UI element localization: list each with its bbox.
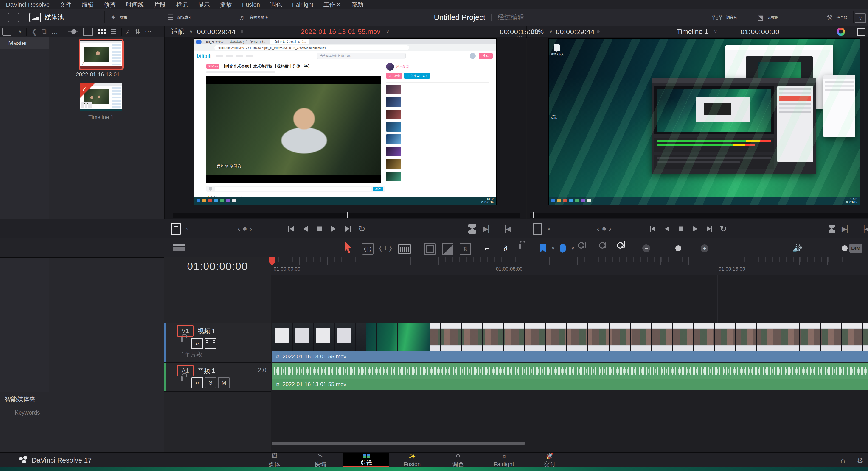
menu-clip[interactable]: 片段 — [154, 1, 166, 9]
timeline-video-frame[interactable]: 新建文本文... OBSAudio — [549, 38, 860, 205]
timeline-jog-control[interactable]: ‹●› — [597, 224, 614, 233]
audio-clip-waveform[interactable] — [272, 364, 868, 379]
strip-view-icon[interactable] — [83, 28, 93, 36]
thumb-size-slider[interactable] — [68, 31, 78, 32]
page-tab-color[interactable]: ⚙调色 — [435, 453, 481, 468]
match-frame-icon[interactable] — [829, 225, 835, 233]
track-name[interactable]: 音频 1 — [198, 367, 215, 375]
bin-item-master[interactable]: Master — [0, 37, 49, 49]
first-frame-button[interactable] — [649, 225, 657, 233]
mark-in-icon[interactable]: ▶▏ — [842, 225, 852, 233]
stop-button[interactable] — [315, 225, 324, 233]
keywords-item[interactable]: Keywords — [15, 409, 40, 416]
chevron-down-icon[interactable]: ∨ — [19, 29, 22, 34]
source-jog-control[interactable]: ‹●› — [238, 224, 254, 233]
loop-button[interactable]: ↻ — [720, 224, 727, 234]
timeline-name-menu[interactable]: Timeline 1 ∨ — [677, 26, 717, 37]
zoom-out-button[interactable]: − — [642, 244, 650, 252]
timeline-scrub-bar[interactable] — [530, 213, 868, 218]
auto-select-toggle[interactable]: ‹› — [191, 377, 203, 388]
metadata-toggle[interactable]: ⬔ 元数据 — [757, 9, 778, 26]
play-reverse-button[interactable] — [301, 225, 309, 233]
menu-fusion[interactable]: Fusion — [242, 1, 260, 8]
zoom-in-button[interactable]: + — [701, 244, 708, 252]
trim-edit-mode-tool[interactable]: ❬|❭ — [362, 243, 374, 255]
selection-mode-tool[interactable] — [344, 242, 353, 254]
zoom-full-extent-button[interactable] — [585, 243, 586, 247]
inspector-toggle[interactable]: ⚒ 检查器 — [827, 9, 847, 26]
source-zoom-select[interactable]: 适配 ∨ — [171, 26, 193, 37]
list-view-icon[interactable]: ☰ — [111, 28, 117, 36]
sort-icon[interactable]: ⇅ — [135, 28, 140, 35]
page-tab-edit[interactable]: 剪辑 — [343, 453, 389, 468]
track-name[interactable]: 视频 1 — [198, 327, 215, 335]
mark-in-icon[interactable]: ▶▏ — [483, 225, 494, 233]
zoom-detail-button[interactable] — [605, 243, 606, 247]
menu-file[interactable]: 文件 — [60, 1, 72, 9]
dim-button[interactable]: DIM — [849, 244, 862, 253]
video-clip-name-bar[interactable]: ⧉ 2022-01-16 13-01-55.mov — [272, 351, 868, 362]
page-tab-media[interactable]: 🖼媒体 — [251, 453, 297, 468]
page-tab-cut[interactable]: ✂快编 — [297, 453, 343, 468]
edit-index-toggle[interactable]: ☰ 编辑索引 — [167, 9, 192, 26]
page-tab-fairlight[interactable]: ♫Fairlight — [481, 453, 527, 468]
linked-selection-toggle[interactable]: ∂ — [500, 243, 510, 254]
source-scrub-handle[interactable] — [347, 212, 347, 218]
panel-expand-icon[interactable]: ∨ — [855, 13, 866, 23]
video-enable-toggle[interactable] — [205, 338, 216, 349]
menu-edit[interactable]: 编辑 — [82, 1, 94, 9]
more-options-icon[interactable]: ⋯ — [145, 28, 152, 36]
bin-display-icon[interactable] — [2, 28, 11, 36]
track-header-a1[interactable]: A1 音频 1 2.0 ‹› S M — [164, 363, 271, 392]
menu-workspace[interactable]: 工作区 — [323, 1, 341, 9]
source-clip-name-menu[interactable]: 2022-01-16 13-01-55.mov ∨ — [301, 26, 389, 37]
page-tab-fusion[interactable]: ✨Fusion — [389, 453, 435, 468]
last-frame-button[interactable] — [706, 225, 714, 233]
source-scrub-bar[interactable] — [173, 213, 521, 218]
forward-link-icon[interactable]: ⧉ — [42, 28, 46, 36]
zoom-slider-knob[interactable] — [675, 245, 681, 251]
play-reverse-button[interactable] — [663, 225, 671, 233]
timeline-horizontal-scrollbar[interactable] — [272, 442, 525, 445]
page-tab-deliver[interactable]: 🚀交付 — [527, 453, 573, 468]
menu-playback[interactable]: 播放 — [220, 1, 232, 9]
clip-thumbnail[interactable]: ♪ — [80, 41, 122, 69]
smart-bins-header[interactable]: 智能媒体夹 — [5, 395, 36, 403]
expand-viewer-icon[interactable] — [857, 28, 866, 36]
flag-button[interactable] — [540, 243, 546, 253]
settings-gear-icon[interactable]: ⚙ — [857, 456, 863, 465]
menu-app[interactable]: DaVinci Resolve — [6, 1, 50, 8]
flag-chevron-icon[interactable]: ∨ — [551, 245, 555, 251]
audio-monitor-icon[interactable]: 🔊 — [793, 243, 802, 253]
workspace-overlay-button[interactable] — [0, 9, 27, 26]
back-icon[interactable]: ❮ — [31, 28, 37, 36]
source-clip-mode[interactable]: ∨ — [171, 219, 189, 238]
play-button[interactable] — [330, 225, 338, 233]
media-clip-card[interactable]: ✓ Timeline 1 — [71, 83, 131, 121]
menu-trim[interactable]: 修剪 — [104, 1, 116, 9]
source-video-frame[interactable]: bili_百度搜索 哔哩哔哩 (゜-゜)つロ 干杯~ 【时光音乐会06】欢乐..… — [194, 38, 496, 205]
mark-out-icon[interactable]: ▕◀ — [500, 225, 511, 233]
resolve-fx-icon[interactable] — [837, 28, 845, 36]
play-button[interactable] — [691, 225, 700, 233]
position-lock-toggle[interactable] — [519, 244, 521, 248]
timeline-zoom-select[interactable]: 69% ∨ — [531, 26, 553, 37]
menu-fairlight[interactable]: Fairlight — [292, 1, 313, 8]
stop-button[interactable] — [677, 225, 685, 233]
timeline-tracks-area[interactable]: ⧉ 2022-01-16 13-01-55.mov ⧉ 2022-01-16 1… — [271, 275, 868, 452]
marker-chevron-icon[interactable]: ∨ — [571, 245, 575, 251]
media-clip-card[interactable]: ♪ 2022-01-16 13-01-... — [71, 41, 131, 78]
menu-help[interactable]: 帮助 — [351, 1, 363, 9]
insert-clip-button[interactable] — [424, 243, 436, 255]
thumbnail-view-icon[interactable] — [98, 29, 106, 34]
media-pool-toggle[interactable]: 媒体池 — [29, 9, 64, 26]
effects-toggle[interactable]: ✦ 效果 — [110, 9, 127, 26]
menu-view[interactable]: 显示 — [198, 1, 210, 9]
timeline-mode[interactable]: ∨ — [533, 219, 551, 238]
overwrite-clip-button[interactable] — [442, 243, 454, 255]
mark-out-icon[interactable]: ▕◀ — [859, 225, 868, 233]
menu-timeline[interactable]: 时间线 — [126, 1, 144, 9]
timeline-scrub-handle[interactable] — [533, 212, 533, 218]
mute-toggle[interactable]: M — [218, 377, 230, 388]
razor-edit-mode-tool[interactable]: ❬⇂❭ — [380, 243, 391, 253]
